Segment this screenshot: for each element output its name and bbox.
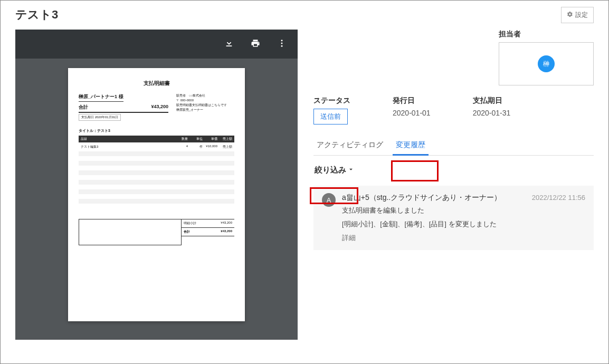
doc-stripes (79, 151, 234, 208)
download-button[interactable] (224, 39, 234, 50)
gear-icon (567, 11, 573, 19)
print-button[interactable] (250, 39, 261, 50)
log-detail-link[interactable]: 詳細 (342, 233, 585, 243)
issued-label: 発行日 (393, 96, 431, 106)
doc-table-header: 品目 数量 単位 単価 売上額 (79, 136, 234, 142)
status-badge: 送信前 (313, 109, 348, 124)
doc-sum-label: 合計 (79, 104, 88, 111)
pdf-viewer: 支払明細書 榊原_パートナー1 様 合計 ¥43,200 支払期日 2020年0… (15, 30, 298, 340)
due-label: 支払期日 (473, 96, 511, 106)
issued-value: 2020-01-01 (393, 109, 431, 117)
doc-subtitle: タイトル：テスト3 (79, 128, 234, 133)
assignee-avatar: 榊 (538, 55, 555, 72)
due-value: 2020-01-31 (473, 109, 511, 117)
doc-total-block: 明細小計¥43,200 合計¥43,200 (79, 219, 234, 245)
print-icon (251, 39, 260, 50)
log-avatar: A (322, 193, 336, 207)
more-vert-icon (277, 39, 287, 50)
filter-label: 絞り込み (315, 165, 346, 175)
svg-point-1 (281, 40, 283, 41)
status-label: ステータス (313, 96, 350, 106)
svg-rect-0 (226, 46, 232, 47)
doc-right-meta: 販売者 ○○株式会社 〒 000-0000 販売明細書支払明細書はこちらです 榊… (176, 93, 234, 121)
log-timestamp: 2022/12/22 11:56 (532, 194, 585, 202)
download-icon (224, 39, 234, 50)
tabs: アクティビティログ 変更履歴 (313, 136, 594, 156)
pdf-page-area[interactable]: 支払明細書 榊原_パートナー1 様 合計 ¥43,200 支払期日 2020年0… (15, 59, 298, 340)
doc-sum-value: ¥43,200 (151, 104, 168, 111)
svg-point-3 (281, 45, 283, 47)
filter-toggle[interactable]: 絞り込み (313, 163, 356, 177)
doc-partner: 榊原_パートナー1 様 (79, 93, 123, 102)
settings-label: 設定 (575, 11, 588, 20)
pdf-toolbar (15, 30, 298, 59)
doc-period-box: 支払期日 2020年01月31日 (79, 114, 121, 121)
settings-button[interactable]: 設定 (561, 7, 594, 23)
log-line-2: [明細小計]、[金額]、[備考]、[品目] を変更しました (342, 219, 585, 229)
log-item: A a畠山+5（stg..クラウドサインあり・オーナー） 2022/12/22 … (313, 186, 594, 250)
log-user: a畠山+5（stg..クラウドサインあり・オーナー） (342, 193, 501, 203)
doc-title: 支払明細書 (79, 80, 234, 87)
tab-activity-log[interactable]: アクティビティログ (313, 136, 386, 155)
assignee-box[interactable]: 榊 (499, 42, 594, 85)
pdf-document: 支払明細書 榊原_パートナー1 様 合計 ¥43,200 支払期日 2020年0… (68, 68, 245, 321)
tab-change-history[interactable]: 変更履歴 (393, 136, 429, 156)
chevron-down-icon (347, 166, 355, 175)
assignee-label: 担当者 (499, 30, 594, 39)
svg-point-2 (281, 43, 283, 44)
log-line-1: 支払明細書を編集しました (342, 206, 585, 215)
doc-table-row: テスト編集3 4 件 ¥10,000 売上額 (79, 142, 234, 151)
page-title: テスト3 (15, 7, 58, 23)
more-button[interactable] (277, 39, 287, 50)
